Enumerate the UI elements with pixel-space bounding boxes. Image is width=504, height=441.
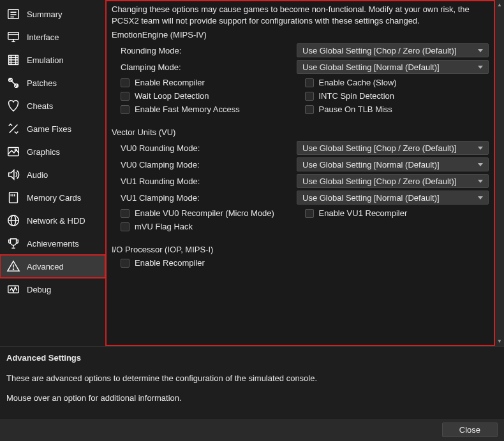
patches-icon <box>6 76 20 90</box>
vu0-clamping-select[interactable]: Use Global Setting [Normal (Default)] <box>297 157 489 171</box>
sidebar-item-interface[interactable]: Interface <box>0 25 105 48</box>
sidebar-label: Advanced <box>27 262 64 271</box>
memorycards-icon <box>6 191 20 205</box>
info-line2: Mouse over an option for additional info… <box>6 393 498 404</box>
checkbox-label: Wait Loop Detection <box>135 91 209 101</box>
sidebar-item-memorycards[interactable]: Memory Cards <box>0 186 105 209</box>
ee-clamping-label: Clamping Mode: <box>121 62 297 72</box>
info-title: Advanced Settings <box>6 353 498 363</box>
vu1-recompiler-checkbox[interactable] <box>305 209 314 218</box>
sidebar-label: Cheats <box>27 101 53 111</box>
checkbox-label: Enable Recompiler <box>135 258 205 268</box>
ee-section-title: EmotionEngine (MIPS-IV) <box>112 30 489 40</box>
sidebar-label: Memory Cards <box>27 193 81 203</box>
ee-rounding-select[interactable]: Use Global Setting [Chop / Zero (Default… <box>297 43 489 57</box>
ee-pause-tlb-checkbox[interactable] <box>305 105 314 114</box>
checkbox-label: mVU Flag Hack <box>135 222 193 231</box>
sidebar-label: Network & HDD <box>27 216 85 226</box>
info-line1: These are advanced options to determine … <box>6 373 498 384</box>
network-icon <box>6 213 20 228</box>
sidebar-item-audio[interactable]: Audio <box>0 163 105 186</box>
ee-enable-cache-checkbox[interactable] <box>305 78 314 87</box>
iop-section-title: I/O Processor (IOP, MIPS-I) <box>112 245 489 254</box>
warning-text: Changing these options may cause games t… <box>112 4 489 26</box>
sidebar-label: Game Fixes <box>27 124 71 134</box>
ee-clamping-select[interactable]: Use Global Setting [Normal (Default)] <box>297 60 489 74</box>
vu1-rounding-select[interactable]: Use Global Setting [Chop / Zero (Default… <box>297 174 489 188</box>
sidebar: Summary Interface Emulation Patches Chea… <box>0 0 105 346</box>
checkbox-label: Enable VU1 Recompiler <box>319 208 408 218</box>
sidebar-label: Achievements <box>27 239 79 249</box>
svg-rect-20 <box>10 192 18 203</box>
ee-rounding-label: Rounding Mode: <box>121 46 297 55</box>
cheats-icon <box>6 99 20 113</box>
ee-fast-mem-checkbox[interactable] <box>121 105 130 114</box>
svg-rect-4 <box>8 33 19 40</box>
vu0-recompiler-checkbox[interactable] <box>121 209 130 218</box>
graphics-icon <box>6 145 20 159</box>
sidebar-label: Graphics <box>27 147 60 157</box>
interface-icon <box>6 30 20 44</box>
vu-section-title: Vector Units (VU) <box>112 127 489 137</box>
vu0-rounding-label: VU0 Rounding Mode: <box>121 143 297 153</box>
gamefixes-icon <box>6 122 20 136</box>
checkbox-label: Enable Recompiler <box>135 78 205 87</box>
sidebar-item-graphics[interactable]: Graphics <box>0 140 105 163</box>
svg-point-30 <box>13 269 13 270</box>
sidebar-label: Debug <box>27 285 51 294</box>
checkbox-label: INTC Spin Detection <box>319 91 395 101</box>
footer: Close <box>0 418 504 441</box>
vu1-clamping-label: VU1 Clamping Mode: <box>121 193 297 203</box>
vu1-clamping-select[interactable]: Use Global Setting [Normal (Default)] <box>297 191 489 205</box>
vu0-clamping-label: VU0 Clamping Mode: <box>121 160 297 170</box>
warning-icon <box>6 259 20 273</box>
content-panel: Changing these options may cause games t… <box>105 0 495 346</box>
sidebar-label: Emulation <box>27 55 64 65</box>
content-scrollbar[interactable]: ▲ ▼ <box>495 0 504 346</box>
ee-intc-spin-checkbox[interactable] <box>305 92 314 101</box>
sidebar-item-emulation[interactable]: Emulation <box>0 48 105 71</box>
checkbox-label: Enable VU0 Recompiler (Micro Mode) <box>135 208 274 218</box>
sidebar-item-patches[interactable]: Patches <box>0 71 105 94</box>
checkbox-label: Enable Cache (Slow) <box>319 78 397 87</box>
debug-icon <box>6 282 20 296</box>
scroll-down-button[interactable]: ▼ <box>495 337 504 346</box>
info-panel: Advanced Settings These are advanced opt… <box>0 346 504 418</box>
vu1-rounding-label: VU1 Rounding Mode: <box>121 177 297 186</box>
sidebar-label: Summary <box>27 10 63 19</box>
trophy-icon <box>6 236 20 250</box>
sidebar-item-networkhdd[interactable]: Network & HDD <box>0 209 105 232</box>
summary-icon <box>6 7 20 21</box>
ee-enable-recompiler-checkbox[interactable] <box>121 78 130 87</box>
ee-wait-loop-checkbox[interactable] <box>121 92 130 101</box>
emulation-icon <box>6 53 20 67</box>
sidebar-item-achievements[interactable]: Achievements <box>0 232 105 255</box>
scroll-up-button[interactable]: ▲ <box>495 0 504 9</box>
mvu-flag-hack-checkbox[interactable] <box>121 222 130 231</box>
iop-enable-recompiler-checkbox[interactable] <box>121 259 130 268</box>
checkbox-label: Enable Fast Memory Access <box>135 105 240 114</box>
sidebar-label: Patches <box>27 78 57 88</box>
sidebar-item-advanced[interactable]: Advanced <box>0 255 105 278</box>
vu0-rounding-select[interactable]: Use Global Setting [Chop / Zero (Default… <box>297 141 489 155</box>
sidebar-item-debug[interactable]: Debug <box>0 278 105 301</box>
sidebar-label: Interface <box>27 33 59 42</box>
close-button[interactable]: Close <box>442 423 498 437</box>
sidebar-item-cheats[interactable]: Cheats <box>0 94 105 117</box>
scroll-track[interactable] <box>495 9 504 337</box>
sidebar-item-gamefixes[interactable]: Game Fixes <box>0 117 105 140</box>
sidebar-item-summary[interactable]: Summary <box>0 3 105 25</box>
sidebar-label: Audio <box>27 170 48 180</box>
checkbox-label: Pause On TLB Miss <box>319 105 392 114</box>
audio-icon <box>6 168 20 182</box>
